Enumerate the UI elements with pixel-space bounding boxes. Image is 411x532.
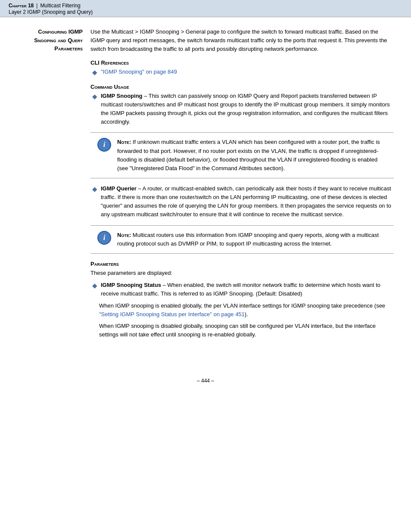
note2-text: Multicast routers use this information f… [117,232,379,247]
section-title-line1: Configuring IGMP [17,28,83,36]
page-header: Chapter 18 | Multicast Filtering Layer 2… [0,0,411,17]
command-usage-heading: Command Usage [90,84,394,90]
igmp-snooping-link[interactable]: "IGMP Snooping" on page 849 [101,68,177,75]
parameters-heading: Parameters [90,261,394,267]
section-left-label: Configuring IGMP Snooping and Query Para… [17,28,90,339]
note-box-2: i Note: Multicast routers use this infor… [90,225,394,254]
section-title-line3: Parameters [17,44,83,53]
igmp-snooping-label: IGMP Snooping [101,93,143,99]
header-subtitle: Layer 2 IGMP (Snooping and Query) [9,9,402,15]
note-box-1: i Note: If unknown multicast traffic ent… [90,132,394,178]
igmp-status-label: IGMP Snooping Status [101,282,161,288]
igmp-querier-bullet: ◆ IGMP Querier – A router, or multicast-… [92,184,394,219]
header-chapter: Chapter 18 [9,3,34,9]
parameters-intro: These parameters are displayed: [90,269,394,277]
bullet-diamond-icon-4: ◆ [92,281,97,291]
note-icon-letter: i [103,140,106,149]
extra-para-1-end: ). [245,311,248,317]
igmp-snooping-bullet: ◆ IGMP Snooping – This switch can passiv… [92,92,394,127]
igmp-status-bullet: ◆ IGMP Snooping Status – When enabled, t… [92,281,394,298]
header-separator: | [36,3,37,9]
bullet-diamond-icon-2: ◆ [92,92,97,102]
header-title: Multicast Filtering [40,3,80,9]
intro-section: Configuring IGMP Snooping and Query Para… [17,28,394,339]
igmp-status-text: IGMP Snooping Status – When enabled, the… [101,281,394,298]
igmp-querier-desc: – A router, or multicast-enabled switch,… [101,185,391,218]
note2-label: Note: [117,232,131,238]
extra-para-2: When IGMP snooping is disabled globally,… [99,322,394,339]
extra-para-1: When IGMP snooping is enabled globally, … [99,302,394,319]
igmp-snooping-text: IGMP Snooping – This switch can passivel… [101,92,394,127]
section-title-line2: Snooping and Query [17,36,83,45]
page-footer: – 444 – [0,378,411,392]
igmp-querier-label: IGMP Querier [101,185,137,192]
extra-para-1-text: When IGMP snooping is enabled globally, … [99,302,385,309]
note-icon-letter-2: i [103,233,106,242]
igmp-snooping-desc: – This switch can passively snoop on IGM… [101,93,390,125]
note-icon-1: i [97,138,111,152]
cli-ref-link[interactable]: "IGMP Snooping" on page 849 [101,68,177,76]
cli-references-heading: CLI References [90,59,394,66]
setting-igmp-link[interactable]: "Setting IGMP Snooping Status per Interf… [99,311,245,317]
bullet-diamond-icon-3: ◆ [92,184,97,194]
parameters-section: Parameters These parameters are displaye… [90,261,394,339]
bullet-diamond-icon: ◆ [92,68,97,78]
header-top: Chapter 18 | Multicast Filtering [9,3,402,9]
main-content: Configuring IGMP Snooping and Query Para… [0,17,411,365]
cli-ref-item: ◆ "IGMP Snooping" on page 849 [92,68,394,78]
note1-label: Note: [117,139,131,145]
note1-text: If unknown multicast traffic enters a VL… [117,139,380,171]
igmp-querier-text: IGMP Querier – A router, or multicast-en… [101,184,394,219]
intro-paragraph: Use the Multicast > IGMP Snooping > Gene… [90,28,394,53]
note1-content: Note: If unknown multicast traffic enter… [117,138,387,173]
section-right-content: Use the Multicast > IGMP Snooping > Gene… [90,28,394,339]
page-wrapper: Chapter 18 | Multicast Filtering Layer 2… [0,0,411,532]
note2-content: Note: Multicast routers use this informa… [117,231,387,248]
page-number: – 444 – [197,378,214,384]
note-icon-2: i [97,231,111,245]
